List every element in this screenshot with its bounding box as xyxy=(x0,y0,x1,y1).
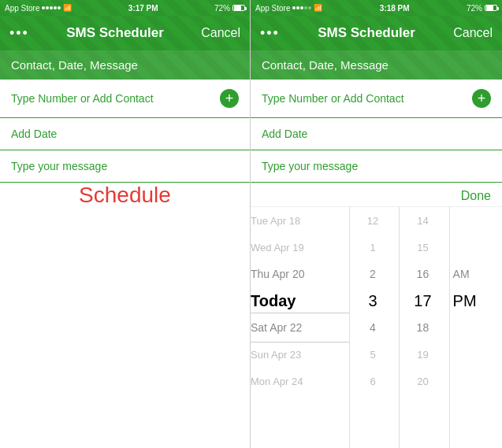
right-wifi-icon: 📶 xyxy=(314,4,322,12)
picker-minute-column[interactable]: 14 15 16 17 18 19 20 xyxy=(400,207,448,448)
picker-date-row[interactable]: Sat Apr 22 xyxy=(251,314,343,341)
picker-done-row: Done xyxy=(251,183,502,207)
picker-pm-selected[interactable]: PM xyxy=(453,287,499,314)
left-time: 3:17 PM xyxy=(128,4,158,13)
picker-ampm-column[interactable]: AM PM xyxy=(450,207,502,448)
picker-hour-row[interactable]: 4 xyxy=(350,314,396,341)
left-status-bar: App Store 📶 3:17 PM 72% xyxy=(0,0,250,16)
left-cancel-button[interactable]: Cancel xyxy=(201,26,240,40)
picker-am-row[interactable]: AM xyxy=(453,261,499,287)
battery-label: 72% xyxy=(214,4,230,13)
picker-dates-column[interactable]: Tue Apr 18 Wed Apr 19 Thu Apr 20 Today S… xyxy=(251,207,349,448)
left-menu-icon[interactable]: ••• xyxy=(9,25,29,42)
picker-min-row[interactable]: 19 xyxy=(400,341,445,368)
picker-ampm-row[interactable] xyxy=(453,314,499,341)
right-date-field[interactable] xyxy=(251,118,502,150)
left-status-right: 72% xyxy=(214,4,245,13)
right-form: + xyxy=(251,80,502,183)
picker-date-row[interactable]: Sun Apr 23 xyxy=(251,341,343,368)
right-panel: App Store 📶 3:18 PM 72% ••• SMS Schedule… xyxy=(251,0,502,448)
right-section-header: Contact, Date, Message xyxy=(251,50,502,80)
picker-min-row[interactable]: 20 xyxy=(400,368,445,394)
right-nav-bar: ••• SMS Scheduler Cancel xyxy=(251,16,502,50)
picker-min-row[interactable]: 18 xyxy=(400,314,445,341)
app-store-label: App Store xyxy=(5,4,39,13)
left-add-contact-button[interactable]: + xyxy=(220,89,239,108)
right-cancel-button[interactable]: Cancel xyxy=(453,26,493,40)
right-status-right: 72% xyxy=(467,4,497,13)
right-status-bar: App Store 📶 3:18 PM 72% xyxy=(251,0,502,16)
picker-min-row[interactable]: 15 xyxy=(400,234,445,261)
right-menu-icon[interactable]: ••• xyxy=(260,25,280,42)
picker-ampm-row[interactable] xyxy=(453,368,499,394)
right-add-contact-button[interactable]: + xyxy=(472,89,491,108)
left-status-left: App Store 📶 xyxy=(5,4,72,13)
picker-scroll[interactable]: Tue Apr 18 Wed Apr 19 Thu Apr 20 Today S… xyxy=(251,207,502,448)
battery-icon xyxy=(232,5,245,11)
left-message-field[interactable] xyxy=(0,150,250,183)
picker-hour-row[interactable]: 12 xyxy=(350,207,396,234)
picker-date-row[interactable]: Tue Apr 18 xyxy=(251,207,343,234)
wifi-icon: 📶 xyxy=(63,4,72,12)
left-date-input[interactable] xyxy=(11,128,239,140)
picker-hour-selected[interactable]: 3 xyxy=(350,287,396,314)
picker-min-row[interactable]: 16 xyxy=(400,261,445,287)
picker-date-row[interactable]: Thu Apr 20 xyxy=(251,261,343,287)
left-panel: App Store 📶 3:17 PM 72% ••• SMS Schedule… xyxy=(0,0,251,448)
left-date-field[interactable] xyxy=(0,118,250,150)
picker-ampm-row[interactable] xyxy=(453,234,499,261)
left-form: + Schedule xyxy=(0,80,250,448)
picker-ampm-row[interactable] xyxy=(453,207,499,234)
right-message-field[interactable] xyxy=(251,150,502,183)
picker-hour-row[interactable]: 6 xyxy=(350,368,396,394)
picker-date-today[interactable]: Today xyxy=(251,287,343,314)
right-app-title: SMS Scheduler xyxy=(318,25,415,41)
picker-hour-row[interactable]: 5 xyxy=(350,341,396,368)
picker-hour-row[interactable]: 1 xyxy=(350,234,396,261)
signal-icon xyxy=(42,6,61,9)
left-message-input[interactable] xyxy=(11,160,239,172)
right-app-store-label: App Store xyxy=(255,4,290,13)
right-message-input[interactable] xyxy=(262,160,491,172)
left-nav-bar: ••• SMS Scheduler Cancel xyxy=(0,16,250,50)
right-contact-field[interactable]: + xyxy=(251,80,502,118)
right-contact-input[interactable] xyxy=(262,92,472,105)
picker-min-selected[interactable]: 17 xyxy=(400,287,445,314)
picker-min-row[interactable]: 14 xyxy=(400,207,445,234)
done-button[interactable]: Done xyxy=(461,189,491,203)
date-picker[interactable]: Done Tue Apr 18 Wed Apr 19 Thu Apr 20 To… xyxy=(251,183,502,448)
left-contact-input[interactable] xyxy=(11,92,220,105)
right-time: 3:18 PM xyxy=(380,4,410,13)
picker-ampm-row[interactable] xyxy=(453,341,499,368)
left-section-header: Contact, Date, Message xyxy=(0,50,250,80)
picker-hour-row[interactable]: 2 xyxy=(350,261,396,287)
picker-hour-column[interactable]: 12 1 2 3 4 5 6 xyxy=(350,207,399,448)
right-signal-icon xyxy=(292,6,311,9)
right-status-left: App Store 📶 xyxy=(255,4,322,13)
schedule-label[interactable]: Schedule xyxy=(79,183,171,208)
right-date-input[interactable] xyxy=(262,128,491,140)
picker-date-row[interactable]: Wed Apr 19 xyxy=(251,234,343,261)
left-contact-field[interactable]: + xyxy=(0,80,250,118)
right-battery-icon xyxy=(485,5,497,11)
right-battery-label: 72% xyxy=(467,4,482,13)
picker-date-row[interactable]: Mon Apr 24 xyxy=(251,368,343,394)
left-schedule-section[interactable]: Schedule xyxy=(0,183,250,208)
left-app-title: SMS Scheduler xyxy=(66,25,164,41)
